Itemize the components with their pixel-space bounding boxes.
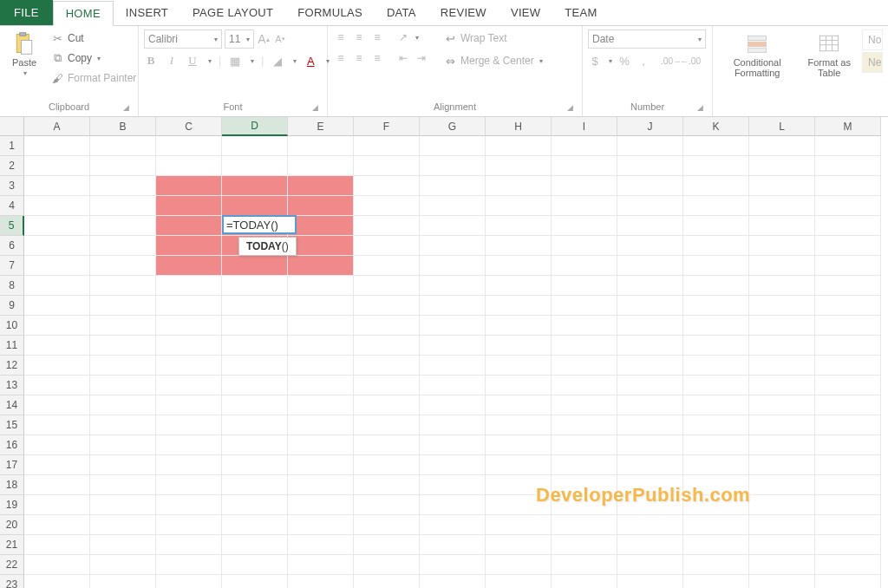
cell[interactable] [420,236,486,256]
cell[interactable] [617,276,683,296]
row-header[interactable]: 7 [0,256,24,276]
cell[interactable] [815,316,881,336]
row-header[interactable]: 14 [0,395,24,415]
font-color-icon[interactable]: A [304,54,317,68]
cell[interactable] [420,555,486,575]
cell[interactable] [749,495,815,515]
cell[interactable] [156,455,222,475]
cell[interactable] [486,415,552,435]
cell[interactable] [815,136,881,156]
cell[interactable] [24,276,90,296]
cell[interactable] [552,216,617,236]
cell[interactable] [749,475,815,495]
cell[interactable] [288,495,354,515]
cell[interactable] [617,575,683,588]
cell[interactable] [90,575,156,588]
cell[interactable] [815,575,881,588]
cell[interactable] [354,176,420,196]
cell[interactable] [420,336,486,356]
dialog-launcher-icon[interactable]: ◢ [121,102,131,113]
cell[interactable] [156,395,222,415]
cell[interactable] [486,535,552,555]
cell[interactable] [354,196,420,216]
fill-color-icon[interactable]: ◢ [271,54,284,68]
column-header[interactable]: I [552,117,617,136]
cell[interactable] [815,276,881,296]
cell[interactable] [420,256,486,276]
cell[interactable] [24,156,90,176]
column-header[interactable]: A [24,117,90,136]
cell[interactable] [354,256,420,276]
cell[interactable] [683,216,749,236]
cell[interactable] [552,316,617,336]
cell[interactable] [222,136,288,156]
cell[interactable] [156,316,222,336]
cell[interactable] [420,575,486,588]
cell[interactable] [617,196,683,216]
decrease-decimal-icon[interactable]: ←.00 [683,54,697,68]
cell[interactable] [90,475,156,495]
cell[interactable] [617,296,683,316]
cell[interactable] [617,455,683,475]
cell[interactable] [749,316,815,336]
cell[interactable] [683,356,749,376]
cell[interactable] [486,455,552,475]
cell[interactable] [815,435,881,455]
tab-view[interactable]: VIEW [499,0,552,25]
cell[interactable] [617,156,683,176]
cell[interactable] [552,515,617,535]
format-painter-button[interactable]: 🖌 Format Painter [47,69,140,87]
cell[interactable] [552,336,617,356]
row-header[interactable]: 12 [0,356,24,376]
italic-icon[interactable]: I [165,54,179,68]
cell[interactable] [90,455,156,475]
cell[interactable] [90,515,156,535]
cell[interactable] [420,216,486,236]
cell[interactable] [815,515,881,535]
cell[interactable] [552,376,617,395]
cell[interactable] [683,455,749,475]
cell[interactable] [24,515,90,535]
cell[interactable] [815,376,881,395]
cell[interactable] [24,256,90,276]
cell[interactable] [354,415,420,435]
copy-button[interactable]: ⧉ Copy ▾ [47,49,140,67]
cell[interactable] [420,455,486,475]
format-as-table-button[interactable]: Format as Table [800,29,859,80]
column-header[interactable]: G [420,117,486,136]
cell[interactable] [815,555,881,575]
cell[interactable] [288,395,354,415]
paste-button[interactable]: Paste ▾ [5,29,43,79]
cell[interactable] [617,236,683,256]
cell[interactable] [420,376,486,395]
cell[interactable] [617,555,683,575]
cell[interactable] [420,356,486,376]
cell[interactable] [354,316,420,336]
cell[interactable] [617,415,683,435]
column-header[interactable]: D [222,117,288,136]
cell[interactable] [683,136,749,156]
cell[interactable] [815,415,881,435]
column-header[interactable]: L [749,117,815,136]
cell[interactable] [90,415,156,435]
cell[interactable] [24,455,90,475]
cell[interactable] [552,395,617,415]
cell[interactable] [288,376,354,395]
cell[interactable] [420,136,486,156]
column-header[interactable]: C [156,117,222,136]
cell-editor-input[interactable] [222,215,297,234]
cell[interactable] [354,575,420,588]
cell[interactable] [354,296,420,316]
cell[interactable] [420,156,486,176]
wrap-text-button[interactable]: ↩ Wrap Text [440,29,546,47]
cell[interactable] [288,236,354,256]
underline-icon[interactable]: U [186,54,199,68]
cell[interactable] [288,575,354,588]
column-header[interactable]: J [617,117,683,136]
increase-indent-icon[interactable]: ⇥ [414,50,429,66]
cell[interactable] [354,475,420,495]
cell[interactable] [815,196,881,216]
decrease-font-icon[interactable]: A▾ [273,32,287,46]
cell[interactable] [683,435,749,455]
cell[interactable] [354,276,420,296]
